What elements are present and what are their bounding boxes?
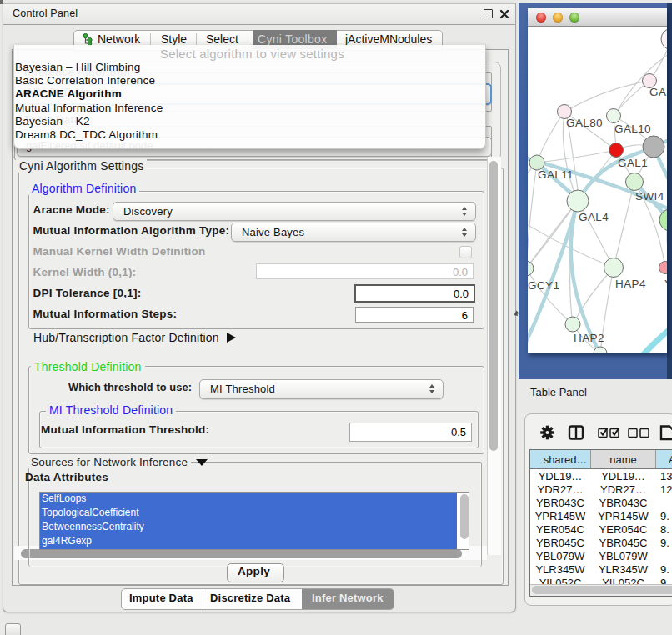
svg-text:GAL80: GAL80	[566, 117, 603, 129]
svg-text:GAL10: GAL10	[614, 122, 651, 135]
svg-text:GAL: GAL	[649, 86, 667, 98]
svg-text:GAL1: GAL1	[618, 157, 648, 169]
svg-text:GCY1: GCY1	[528, 279, 559, 292]
svg-text:HAP4: HAP4	[615, 278, 646, 290]
svg-text:HAP2: HAP2	[574, 332, 604, 344]
svg-text:GAL11: GAL11	[538, 168, 574, 181]
svg-text:SWI4: SWI4	[635, 190, 664, 202]
svg-text:Y: Y	[664, 278, 667, 290]
svg-text:GAL4: GAL4	[579, 211, 609, 223]
